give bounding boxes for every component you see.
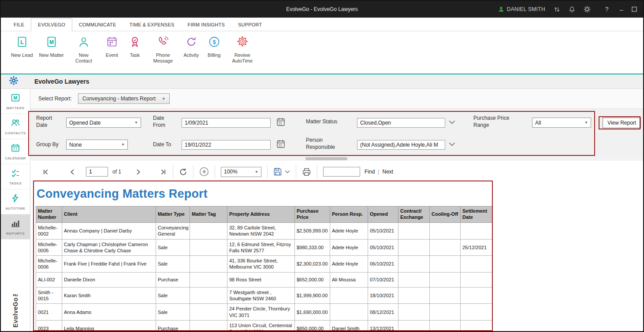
- date-to-calendar-icon[interactable]: [276, 139, 285, 149]
- cell-person-resp: Adele Hoyle: [330, 239, 368, 256]
- event-button[interactable]: Event: [101, 36, 123, 58]
- tab-time-expenses[interactable]: TIME & EXPENSES: [123, 18, 181, 31]
- purchase-price-range-label: Purchase Price Range: [473, 115, 525, 129]
- cell-matter-tag: [190, 287, 227, 304]
- tab-evolvego[interactable]: EVOLVEGO: [31, 18, 72, 31]
- next-page-button[interactable]: [134, 168, 142, 176]
- sidebar-item-reports[interactable]: REPORTS: [1, 214, 30, 240]
- matter-status-input[interactable]: [357, 118, 445, 128]
- cell-matter-type: Sale: [156, 304, 190, 321]
- toolbar-separator: [173, 165, 173, 178]
- cell-client: Annas Company | Daniel Darby: [62, 223, 156, 240]
- phone-message-button[interactable]: Phone Message: [146, 36, 180, 64]
- cell-cooling-off: [430, 239, 461, 256]
- svg-text:M: M: [49, 39, 54, 45]
- evolvego-logo-icon: [9, 76, 19, 87]
- task-button[interactable]: Task: [123, 36, 146, 58]
- report-date-select[interactable]: Opened Date ▼: [66, 118, 141, 128]
- tab-file[interactable]: FILE: [7, 18, 31, 31]
- new-matter-button[interactable]: M New Matter: [36, 36, 67, 58]
- cell-settlement-date: [461, 304, 492, 321]
- person-responsible-chevron-icon[interactable]: [449, 142, 455, 146]
- sync-icon[interactable]: [554, 6, 560, 13]
- tab-firm-insights[interactable]: FIRM INSIGHTS: [181, 18, 231, 31]
- cell-property-address: 7 Westgarth street , Southgate NSW 2460: [227, 287, 295, 304]
- cell-property-address: 41, 336 Bourke Street, Melbourne VIC 300…: [227, 256, 295, 273]
- first-page-button[interactable]: [42, 168, 49, 176]
- find-next-separator: |: [378, 169, 379, 175]
- cell-purchase-price: $652,000.00: [295, 272, 330, 287]
- date-from-input[interactable]: [182, 118, 271, 128]
- cell-matter-tag: [190, 272, 227, 287]
- notifications-bell-icon[interactable]: [569, 6, 575, 13]
- cell-purchase-price: $2,300,023.00: [295, 256, 330, 273]
- cell-contract-exchange: [398, 304, 430, 321]
- new-contact-button[interactable]: New Contact: [67, 36, 101, 64]
- cell-matter-type: Purchase: [156, 320, 190, 331]
- find-link[interactable]: Find: [365, 169, 375, 175]
- cell-cooling-off: [430, 287, 461, 304]
- next-link[interactable]: Next: [382, 169, 393, 175]
- refresh-button[interactable]: [179, 168, 187, 176]
- sidebar-item-matters[interactable]: M MATTERS: [1, 89, 30, 114]
- cell-settlement-date: [461, 256, 492, 273]
- tab-support[interactable]: SUPPORT: [231, 18, 268, 31]
- zoom-select[interactable]: 100% ▼: [221, 167, 261, 177]
- column-header: Matter Tag: [190, 207, 227, 223]
- maximize-button[interactable]: [632, 7, 637, 12]
- svg-text:$: $: [212, 39, 216, 45]
- table-row: ALI-002 Danielle Dixon Purchase 98 Ross …: [36, 272, 492, 287]
- matter-status-chevron-icon[interactable]: [449, 120, 455, 124]
- cell-matter-type: Purchase: [156, 272, 190, 287]
- new-lead-button[interactable]: L New Lead: [8, 36, 36, 58]
- user-menu[interactable]: DANIEL SMITH: [498, 6, 545, 12]
- cell-client: Frank Five | Freddie Fahd | Frank Five: [62, 256, 156, 273]
- cell-matter-type: Sale: [156, 239, 190, 256]
- reports-chart-icon: [11, 218, 20, 230]
- person-responsible-input[interactable]: [357, 140, 445, 150]
- cell-matter-tag: [190, 256, 227, 273]
- last-page-button[interactable]: [160, 168, 167, 176]
- purchase-price-range-select[interactable]: All ▼: [532, 118, 591, 128]
- group-by-select[interactable]: None ▼: [66, 140, 128, 150]
- export-save-button[interactable]: [273, 167, 282, 176]
- back-button[interactable]: [199, 167, 209, 177]
- activity-button[interactable]: Activity: [180, 36, 203, 58]
- date-to-input[interactable]: [182, 140, 271, 150]
- app-header: EvolveGo Lawyers: [1, 74, 643, 89]
- find-text-input[interactable]: [323, 167, 360, 177]
- help-button[interactable]: ?: [605, 6, 609, 13]
- app-window: EvolveGo - EvolveGo Lawyers DANIEL SMITH…: [0, 0, 644, 332]
- tab-communicate[interactable]: COMMUNICATE: [72, 18, 123, 31]
- scrollbar-thumb[interactable]: [305, 157, 347, 160]
- cell-client: Leila Manning: [62, 320, 156, 331]
- page-number-input[interactable]: [86, 167, 108, 177]
- date-from-calendar-icon[interactable]: [276, 117, 285, 127]
- report-viewer-toolbar: of 1 100% ▼ Find: [30, 161, 643, 183]
- sidebar-item-tasks[interactable]: TASKS: [1, 164, 30, 189]
- cell-contract-exchange: [398, 256, 430, 273]
- report-date-label: Report Date: [36, 115, 59, 129]
- cell-property-address: 32, 89 Carlisle Street, Newtown NSW 2042: [227, 223, 295, 240]
- billing-button[interactable]: $ Billing: [203, 36, 226, 58]
- print-button[interactable]: [302, 167, 311, 177]
- cell-client: Karan Smith: [62, 287, 156, 304]
- titlebar: EvolveGo - EvolveGo Lawyers DANIEL SMITH…: [1, 1, 643, 18]
- view-report-button[interactable]: View Report: [603, 118, 641, 128]
- cell-settlement-date: 25/12/2021: [461, 239, 492, 256]
- table-row: Michelle-0005 Carly Chapman | Christophe…: [36, 239, 492, 256]
- sidebar-item-autotime[interactable]: AUTOTIME: [1, 189, 30, 214]
- cell-cooling-off: [430, 256, 461, 273]
- review-autotime-button[interactable]: Review AutoTime: [226, 36, 259, 64]
- minimize-button[interactable]: –: [620, 6, 623, 13]
- previous-page-button[interactable]: [69, 168, 76, 176]
- report-select-dropdown[interactable]: Conveyancing - Matters Report ▼: [78, 93, 170, 104]
- settings-gear-icon[interactable]: [584, 6, 591, 13]
- cell-client: Carly Chapman | Christopher Cameron Chas…: [62, 239, 156, 256]
- cell-matter-number: Michelle-0006: [36, 256, 62, 273]
- sidebar-item-calendar[interactable]: CALENDAR: [1, 139, 30, 164]
- sidebar-item-contacts[interactable]: CONTACTS: [1, 114, 30, 139]
- report-table-body: Michelle-0002 Annas Company | Daniel Dar…: [36, 223, 492, 332]
- export-chevron-icon[interactable]: [285, 170, 290, 173]
- dropdown-arrow-icon: ▼: [584, 121, 588, 125]
